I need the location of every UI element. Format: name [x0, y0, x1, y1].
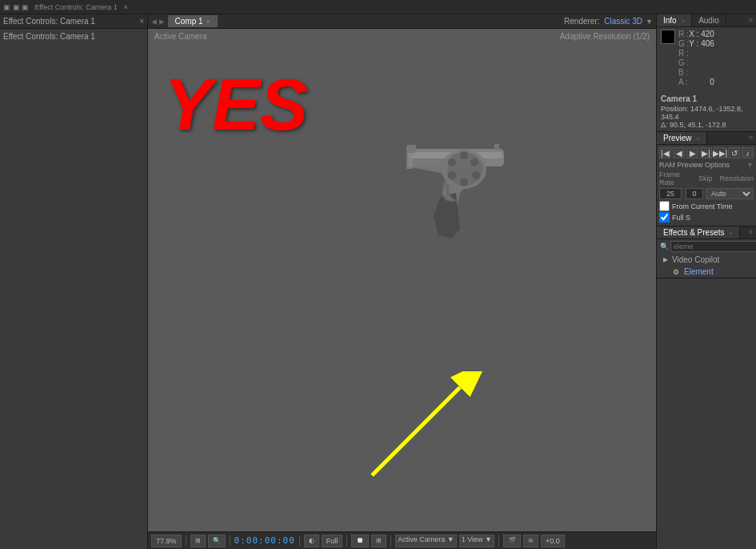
- info-a2-row: A : 0: [678, 78, 714, 86]
- folder-expand-icon: ▶: [663, 256, 668, 263]
- channel-btn[interactable]: Full: [322, 535, 343, 547]
- preview-panel: |◀ ◀ ▶ ▶| ▶▶| ↺ ♪ RAM Preview Options ▼ …: [657, 145, 756, 226]
- separator-3: [299, 535, 300, 547]
- camera-view-select[interactable]: Active Camera ▼: [395, 535, 456, 547]
- zoom-display[interactable]: 77.9%: [151, 535, 182, 547]
- separator-6: [498, 535, 499, 547]
- preview-section: Preview × ≡ |◀ ◀ ▶ ▶| ▶▶| ↺ ♪ RAM Previe…: [657, 132, 756, 226]
- svg-rect-11: [446, 183, 449, 194]
- separator-5: [390, 535, 391, 547]
- element-effect[interactable]: ⚙ Element: [657, 266, 756, 278]
- right-tabs: Info × Audio ≡: [657, 14, 756, 27]
- svg-rect-12: [406, 145, 416, 153]
- magnify-btn[interactable]: 🔍: [208, 535, 226, 547]
- play-btn[interactable]: ▶: [686, 147, 698, 158]
- prev-frame-btn[interactable]: ◀: [673, 147, 685, 158]
- footage-btn[interactable]: +0.0: [541, 535, 565, 547]
- info-b-row: R :: [678, 49, 714, 58]
- loop-btn[interactable]: ↺: [728, 147, 740, 158]
- frame-rate-row: Frame Rate Skip Resolution: [659, 170, 754, 186]
- effects-options[interactable]: ≡: [746, 226, 756, 238]
- preview-tab[interactable]: Preview ×: [657, 132, 707, 144]
- gun-svg: [376, 101, 576, 261]
- effect-controls-content: Effect Controls: Camera 1: [0, 29, 147, 44]
- effects-presets-section: Effects & Presets × ≡ 🔍 ▶ Video Copilot …: [657, 226, 756, 279]
- separator-2: [230, 535, 230, 547]
- color-swatch: [661, 30, 675, 44]
- render-btn[interactable]: 🎬: [503, 535, 521, 547]
- viewport-labels: Active Camera Adaptive Resolution (1/2): [148, 29, 656, 44]
- main-layout: Effect Controls: Camera 1 × Effect Contr…: [0, 14, 756, 549]
- next-frame-btn[interactable]: ▶|: [700, 147, 712, 158]
- svg-point-7: [472, 171, 480, 179]
- preview-controls: |◀ ◀ ▶ ▶| ▶▶| ↺ ♪: [659, 147, 754, 158]
- info-b2-row: B :: [678, 68, 714, 77]
- comp-tab[interactable]: Comp 1 ×: [168, 15, 218, 27]
- renderer-label: Renderer: Classic 3D: [564, 17, 642, 26]
- from-current-checkbox[interactable]: [659, 201, 670, 211]
- info-tab[interactable]: Info ×: [657, 14, 692, 26]
- 3d-btn[interactable]: 🔲: [351, 535, 369, 547]
- frame-rate-input[interactable]: [659, 188, 682, 199]
- resolution-select[interactable]: Auto: [706, 188, 754, 199]
- effects-search-row: 🔍: [657, 239, 756, 254]
- preview-tab-close[interactable]: ×: [696, 135, 700, 142]
- svg-rect-2: [494, 144, 499, 150]
- full-s-checkbox[interactable]: [659, 212, 670, 222]
- comp-tab-close[interactable]: ×: [206, 18, 210, 26]
- svg-point-8: [460, 178, 468, 186]
- ram-preview-options[interactable]: ▼: [746, 161, 754, 169]
- separator-4: [346, 535, 347, 547]
- camera-info: Camera 1 Position: 1474.6, -1352.8, 345.…: [657, 92, 756, 132]
- audio-btn[interactable]: ♪: [742, 147, 754, 158]
- right-panel: Info × Audio ≡ R : X : 420 G : Y :: [656, 14, 756, 549]
- svg-point-6: [470, 158, 478, 166]
- yellow-arrow: [356, 371, 484, 483]
- viewport: Active Camera Adaptive Resolution (1/2) …: [148, 29, 656, 531]
- top-menu-bar: ▣ ▣ ▣ Effect Controls: Camera 1 ×: [0, 0, 756, 14]
- effect-panel-label: Effect Controls: Camera 1: [3, 32, 95, 41]
- comp-tab-label: Comp 1: [175, 17, 203, 26]
- resolution-label: Adaptive Resolution (1/2): [560, 32, 650, 41]
- effect-controls-title: Effect Controls: Camera 1: [3, 17, 95, 26]
- info-g-row: G : Y : 406: [678, 39, 714, 48]
- gun-image: [376, 101, 576, 261]
- preview-options[interactable]: ≡: [746, 132, 756, 144]
- effects-tab-close[interactable]: ×: [729, 230, 733, 237]
- info-a-row: G :: [678, 58, 714, 67]
- video-copilot-folder[interactable]: ▶ Video Copilot: [657, 254, 756, 266]
- svg-point-5: [460, 151, 468, 159]
- info-r-value: X : 420: [689, 30, 714, 38]
- exposure-btn[interactable]: ◐: [304, 535, 319, 547]
- resolution-btn[interactable]: ⊞: [190, 535, 206, 547]
- skip-input[interactable]: [686, 188, 703, 199]
- view-count-select[interactable]: 1 View ▼: [459, 535, 494, 547]
- audio-tab[interactable]: Audio: [692, 14, 726, 26]
- svg-point-10: [448, 158, 456, 166]
- center-area: ◀ ▶ Comp 1 × Renderer: Classic 3D ▼ Acti…: [148, 14, 656, 549]
- svg-point-9: [448, 171, 456, 179]
- grid-btn[interactable]: ⊞: [371, 535, 386, 547]
- from-current-row: From Current Time: [659, 201, 754, 211]
- info-tab-close[interactable]: ×: [681, 18, 685, 25]
- left-panel: Effect Controls: Camera 1 × Effect Contr…: [0, 14, 148, 549]
- info-r-row: R : X : 420: [678, 30, 714, 38]
- comp-tab-bar: ◀ ▶ Comp 1 × Renderer: Classic 3D ▼: [148, 14, 656, 29]
- effects-search-input[interactable]: [670, 241, 756, 252]
- active-camera-label: Active Camera: [154, 32, 207, 41]
- info-grid: R : X : 420 G : Y : 406 R : G :: [657, 27, 756, 92]
- panel-options[interactable]: ≡: [746, 14, 756, 26]
- full-s-row: Full S: [659, 212, 754, 222]
- comp-nav-icons: ◀ ▶: [151, 18, 165, 26]
- preview-tabs: Preview × ≡: [657, 132, 756, 145]
- comp-options-icon[interactable]: ▼: [646, 18, 653, 26]
- last-frame-btn[interactable]: ▶▶|: [714, 147, 726, 158]
- effects-tab[interactable]: Effects & Presets ×: [657, 226, 740, 238]
- flow-btn[interactable]: ≋: [523, 535, 538, 547]
- svg-line-15: [372, 387, 460, 475]
- composition-panel: ◀ ▶ Comp 1 × Renderer: Classic 3D ▼ Acti…: [148, 14, 656, 549]
- effect-icon: ⚙: [673, 268, 679, 276]
- frame-rate-values-row: Auto: [659, 188, 754, 199]
- close-icon[interactable]: ×: [139, 17, 144, 26]
- first-frame-btn[interactable]: |◀: [659, 147, 671, 158]
